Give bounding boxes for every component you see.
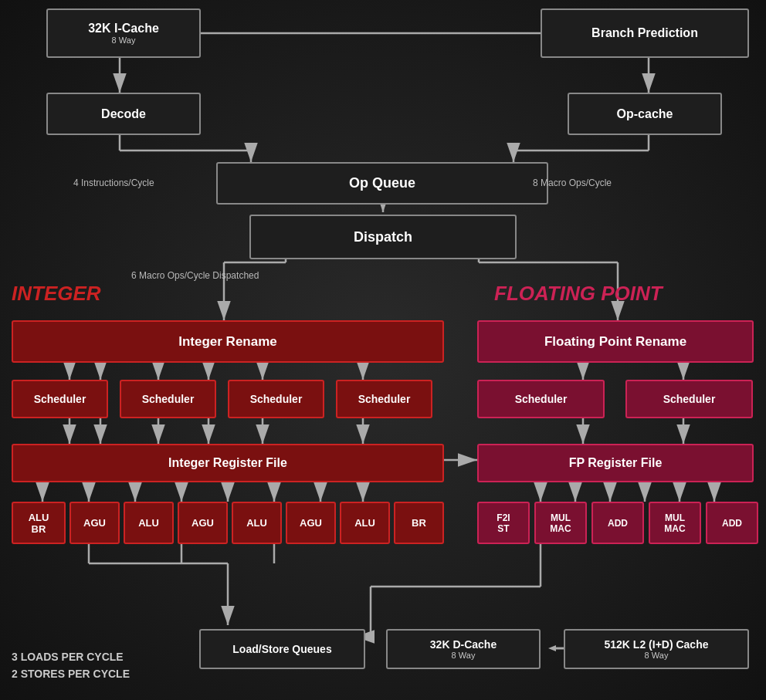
int-sched1-box: Scheduler <box>12 380 108 418</box>
mul-mac2-box: MUL MAC <box>649 502 701 544</box>
l2cache-box: 512K L2 (I+D) Cache 8 Way <box>564 629 749 669</box>
int-sched3-label: Scheduler <box>250 393 303 405</box>
icache-subtitle: 8 Way <box>112 36 136 45</box>
opqueue-box: Op Queue <box>216 162 548 205</box>
alu-br-label: ALU BR <box>29 512 49 535</box>
mul-mac1-label: MUL MAC <box>550 512 571 534</box>
agu2-label: AGU <box>192 517 214 529</box>
dcache-label: 32K D-Cache <box>430 638 497 651</box>
fp-sched2-label: Scheduler <box>663 393 716 405</box>
dispatched-label: 6 Macro Ops/Cycle Dispatched <box>131 270 259 281</box>
int-sched2-box: Scheduler <box>120 380 216 418</box>
int-regfile-box: Integer Register File <box>12 444 444 482</box>
alu3-label: ALU <box>354 517 375 529</box>
int-sched4-box: Scheduler <box>336 380 432 418</box>
dcache-box: 32K D-Cache 8 Way <box>386 629 541 669</box>
l2cache-subtitle: 8 Way <box>645 651 669 660</box>
l2cache-label: 512K L2 (I+D) Cache <box>605 638 709 651</box>
int-sched1-label: Scheduler <box>34 393 86 405</box>
loadstore-label: Load/Store Queues <box>232 643 331 655</box>
macro-ops-cycle-label: 8 Macro Ops/Cycle <box>533 178 612 188</box>
agu1-box: AGU <box>69 502 120 544</box>
opqueue-label: Op Queue <box>349 175 415 191</box>
icache-box: 32K I-Cache 8 Way <box>46 8 201 58</box>
dispatch-label: Dispatch <box>354 229 412 245</box>
decode-label: Decode <box>101 107 146 121</box>
branch-pred-box: Branch Prediction <box>541 8 749 58</box>
diagram: 32K I-Cache 8 Way Branch Prediction Deco… <box>0 0 766 700</box>
f2i-st-label: F2I ST <box>497 512 510 534</box>
fp-sched2-box: Scheduler <box>625 380 753 418</box>
fp-rename-label: Floating Point Rename <box>544 334 686 350</box>
svg-marker-63 <box>548 645 556 651</box>
f2i-st-box: F2I ST <box>477 502 530 544</box>
alu1-label: ALU <box>138 517 159 529</box>
alu3-box: ALU <box>340 502 390 544</box>
add1-label: ADD <box>608 518 628 529</box>
add2-label: ADD <box>722 518 742 529</box>
loads-label: 3 LOADS PER CYCLE 2 STORES PER CYCLE <box>12 648 130 682</box>
loadstore-box: Load/Store Queues <box>199 629 365 669</box>
int-sched3-box: Scheduler <box>228 380 324 418</box>
br-box: BR <box>394 502 444 544</box>
br-label: BR <box>412 517 426 529</box>
icache-label: 32K I-Cache <box>88 22 159 36</box>
fp-sched1-box: Scheduler <box>477 380 605 418</box>
alu2-box: ALU <box>232 502 282 544</box>
decode-box: Decode <box>46 93 201 135</box>
fp-sched1-label: Scheduler <box>515 393 568 405</box>
fp-regfile-box: FP Register File <box>477 444 754 482</box>
fp-regfile-label: FP Register File <box>569 456 663 470</box>
instructions-cycle-label: 4 Instructions/Cycle <box>73 178 154 188</box>
add2-box: ADD <box>706 502 758 544</box>
dispatch-box: Dispatch <box>249 215 517 259</box>
integer-section-label: INTEGER <box>12 282 101 306</box>
agu2-box: AGU <box>178 502 228 544</box>
dcache-subtitle: 8 Way <box>452 651 476 660</box>
int-sched4-label: Scheduler <box>358 393 411 405</box>
int-sched2-label: Scheduler <box>142 393 195 405</box>
opcache-box: Op-cache <box>568 93 722 135</box>
agu3-label: AGU <box>300 517 322 529</box>
floating-point-section-label: FLOATING POINT <box>494 282 663 306</box>
agu1-label: AGU <box>83 517 106 529</box>
add1-box: ADD <box>591 502 644 544</box>
fp-rename-box: Floating Point Rename <box>477 320 754 363</box>
int-regfile-label: Integer Register File <box>168 456 287 470</box>
opcache-label: Op-cache <box>617 107 673 121</box>
alu-br-box: ALU BR <box>12 502 66 544</box>
alu2-label: ALU <box>246 517 267 529</box>
mul-mac1-box: MUL MAC <box>534 502 587 544</box>
int-rename-box: Integer Rename <box>12 320 444 363</box>
alu1-box: ALU <box>124 502 174 544</box>
mul-mac2-label: MUL MAC <box>664 512 685 534</box>
branch-pred-label: Branch Prediction <box>591 26 698 40</box>
agu3-box: AGU <box>286 502 336 544</box>
int-rename-label: Integer Rename <box>178 334 277 350</box>
